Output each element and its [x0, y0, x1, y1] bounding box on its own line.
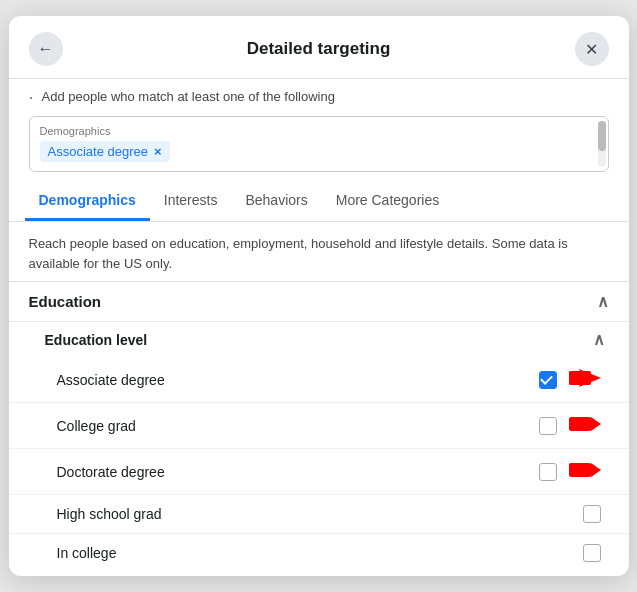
tag-label: Associate degree	[48, 144, 148, 159]
tab-demographics[interactable]: Demographics	[25, 182, 150, 221]
svg-marker-6	[591, 463, 601, 477]
education-level-subsection-header[interactable]: Education level ∧	[9, 321, 629, 357]
education-chevron-icon: ∧	[597, 292, 609, 311]
checkbox-doctorate[interactable]	[539, 463, 557, 481]
tab-interests[interactable]: Interests	[150, 182, 232, 221]
scrollbar-track	[598, 121, 606, 167]
arrow-college-grad	[569, 413, 601, 438]
row-right-associate	[539, 367, 601, 392]
education-items-list: Associate degree College grad	[9, 357, 629, 572]
table-row: High school grad	[9, 494, 629, 533]
svg-marker-4	[591, 417, 601, 431]
summary-dot: ·	[29, 87, 34, 108]
table-row: In college	[9, 533, 629, 572]
table-row: Associate degree	[9, 357, 629, 402]
targeting-summary: · Add people who match at least one of t…	[9, 79, 629, 108]
education-level-chevron-icon: ∧	[593, 330, 605, 349]
tab-description: Reach people based on education, employm…	[9, 222, 629, 281]
row-right-doctorate	[539, 459, 601, 484]
row-right-in-college	[583, 544, 601, 562]
item-label-high-school: High school grad	[57, 506, 162, 522]
demographics-box-label: Demographics	[40, 125, 598, 137]
modal-header: ← Detailed targeting ✕	[9, 16, 629, 79]
demographics-box: Demographics Associate degree ×	[29, 116, 609, 172]
item-label-in-college: In college	[57, 545, 117, 561]
education-level-title: Education level	[45, 332, 148, 348]
checkbox-high-school[interactable]	[583, 505, 601, 523]
detailed-targeting-modal: ← Detailed targeting ✕ · Add people who …	[9, 16, 629, 576]
checkbox-college-grad[interactable]	[539, 417, 557, 435]
education-section-header[interactable]: Education ∧	[9, 281, 629, 321]
table-row: Doctorate degree	[9, 448, 629, 494]
tab-behaviors[interactable]: Behaviors	[231, 182, 321, 221]
item-label-college-grad: College grad	[57, 418, 136, 434]
row-right-college-grad	[539, 413, 601, 438]
item-label-doctorate: Doctorate degree	[57, 464, 165, 480]
tag-remove-button[interactable]: ×	[154, 144, 162, 159]
table-row: College grad	[9, 402, 629, 448]
scrollbar-thumb	[598, 121, 606, 151]
associate-degree-tag: Associate degree ×	[40, 141, 170, 162]
arrow-associate	[569, 367, 601, 392]
tab-more-categories[interactable]: More Categories	[322, 182, 454, 221]
arrow-doctorate	[569, 459, 601, 484]
checkbox-in-college[interactable]	[583, 544, 601, 562]
svg-rect-3	[569, 417, 591, 431]
svg-rect-5	[569, 463, 591, 477]
modal-title: Detailed targeting	[63, 39, 575, 59]
tabs-bar: Demographics Interests Behaviors More Ca…	[9, 182, 629, 222]
checkbox-associate[interactable]	[539, 371, 557, 389]
item-label-associate: Associate degree	[57, 372, 165, 388]
back-button[interactable]: ←	[29, 32, 63, 66]
education-section-title: Education	[29, 293, 102, 310]
summary-text: Add people who match at least one of the…	[42, 89, 335, 104]
row-right-high-school	[583, 505, 601, 523]
close-button[interactable]: ✕	[575, 32, 609, 66]
